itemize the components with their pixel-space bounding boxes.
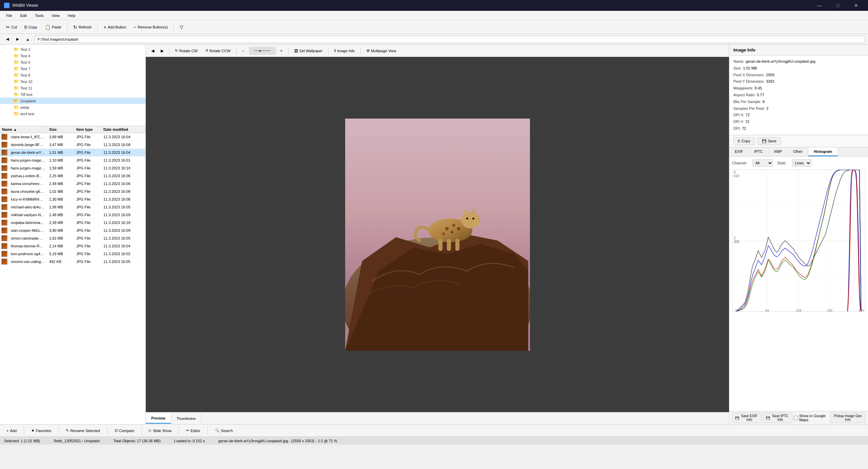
- file-row[interactable]: dominik-lange-8Fsm5Vidl... 3,47 MB JPG F…: [0, 141, 145, 149]
- tree-item-label: Test 3: [20, 47, 30, 52]
- address-input[interactable]: [35, 36, 865, 43]
- next-image-button[interactable]: ▶: [158, 47, 166, 55]
- rotate-cw-button[interactable]: ↻ Rotate CW: [172, 47, 201, 55]
- viewer-toolbar-sep-3: [288, 47, 289, 55]
- copy-button[interactable]: ⎘ Copy: [21, 23, 40, 32]
- rotate-ccw-button[interactable]: ↺ Rotate CCW: [202, 47, 234, 55]
- svg-text:255: 255: [858, 308, 864, 311]
- tab-iptc[interactable]: IPTC: [749, 147, 768, 156]
- copy-info-button[interactable]: ⎘ Copy: [733, 137, 755, 145]
- menu-tools[interactable]: Tools: [32, 12, 47, 19]
- prev-image-button[interactable]: ◀: [149, 47, 157, 55]
- up-button[interactable]: ▲: [23, 35, 33, 44]
- menu-edit[interactable]: Edit: [17, 12, 30, 19]
- file-size: 492 KB: [47, 259, 74, 264]
- refresh-button[interactable]: ↻ Refresh: [70, 23, 95, 32]
- file-type: JPG File: [74, 259, 101, 264]
- file-row[interactable]: thomas-bennie-R1_Rt0Xz... 2,14 MB JPG Fi…: [0, 242, 145, 250]
- cut-button[interactable]: ✂ Cut: [3, 23, 20, 32]
- zoom-in-button[interactable]: +: [277, 47, 285, 55]
- file-date: 11.3.2023 16:05: [101, 259, 145, 264]
- tree-item-unsplash[interactable]: 📂 Unsplash: [0, 98, 145, 104]
- back-button[interactable]: ◀: [3, 35, 12, 44]
- search-button[interactable]: 🔍 Search: [211, 427, 237, 434]
- tree-item-tiff-test[interactable]: 📁 Tiff test: [0, 91, 145, 98]
- file-row[interactable]: sian-cooper-4kEobPqPgK... 3,90 MB JPG Fi…: [0, 227, 145, 234]
- tree-item-test11[interactable]: 📁 Test 11: [0, 85, 145, 91]
- add-button-button[interactable]: + Add Button: [100, 23, 129, 32]
- save-exif-button[interactable]: 💾 Save EXIF Info: [732, 413, 762, 423]
- tab-histogram[interactable]: Histogram: [808, 147, 838, 156]
- file-row[interactable]: simon-caminada-PCX1OC... 1,62 MB JPG Fil…: [0, 234, 145, 242]
- file-row-selected[interactable]: geran-de-klerk-wYy3rvvgj... 1,01 MB JPG …: [0, 149, 145, 157]
- file-row[interactable]: claire-brear-f_tPZuIOXXH0... 3,89 MB JPG…: [0, 133, 145, 141]
- file-thumbnail: [1, 157, 7, 163]
- file-row[interactable]: hans-jurgen-mager-glWUl... 1,59 MB JPG F…: [0, 164, 145, 172]
- multipage-view-button[interactable]: ⊞ Multipage View: [363, 47, 399, 55]
- menu-file[interactable]: File: [3, 12, 16, 19]
- col-header-name[interactable]: Name ▲: [0, 126, 47, 133]
- file-row[interactable]: michael-aleo-tb4usTZhL... 1,99 MB JPG Fi…: [0, 203, 145, 211]
- close-button[interactable]: ✕: [848, 0, 864, 11]
- file-size: 1,99 MB: [47, 204, 74, 210]
- set-wallpaper-button[interactable]: 🖼 Set Wallpaper: [291, 47, 326, 55]
- tab-thumbview[interactable]: Thumbview: [171, 414, 201, 423]
- image-info-button[interactable]: ℹ Image Info: [331, 47, 358, 55]
- tab-xmp[interactable]: XMP: [769, 147, 788, 156]
- google-maps-check[interactable]: [794, 416, 798, 420]
- tree-item-test10[interactable]: 📁 Test 10: [0, 78, 145, 85]
- show-google-maps-checkbox[interactable]: Show in Google Maps: [794, 414, 829, 422]
- col-header-date[interactable]: Date modified: [101, 126, 145, 133]
- rename-button[interactable]: ✎ Rename Selected: [62, 427, 103, 434]
- cut-icon: ✂: [6, 24, 10, 30]
- col-header-type[interactable]: Item type: [74, 126, 101, 133]
- tree-item-test8[interactable]: 📁 Test 8: [0, 72, 145, 78]
- forward-button[interactable]: ▶: [13, 35, 22, 44]
- tree-item-wmf-test[interactable]: 📁 wmf test: [0, 110, 145, 117]
- file-row[interactable]: laura-chouette-g6Ny4dvH... 1,01 MB JPG F…: [0, 188, 145, 196]
- tree-item-test3[interactable]: 📁 Test 3: [0, 46, 145, 53]
- tab-exif[interactable]: EXIF: [729, 147, 749, 156]
- file-row[interactable]: mikhail-vasilyev-NodtnCs... 2,48 MB JPG …: [0, 211, 145, 219]
- menu-help[interactable]: Help: [64, 12, 79, 19]
- file-row[interactable]: hans-jurgen-mager-C9Ay... 1,10 MB JPG Fi…: [0, 157, 145, 164]
- file-row[interactable]: mojtaba-fahiminia-LMXb... 2,39 MB JPG Fi…: [0, 219, 145, 227]
- compare-button[interactable]: ⊡ Compare: [111, 427, 138, 434]
- file-name: laura-chouette-g6Ny4dvH...: [9, 189, 47, 194]
- menu-view[interactable]: View: [48, 12, 63, 19]
- file-size: 2,48 MB: [47, 181, 74, 186]
- favorites-button[interactable]: ★ Favorites: [27, 427, 55, 434]
- style-select[interactable]: Lines Bars: [792, 159, 811, 167]
- folder-icon: 📁: [14, 105, 19, 110]
- file-row[interactable]: vincent-van-zalinge-4Mu2... 492 KB JPG F…: [0, 258, 145, 266]
- maximize-button[interactable]: □: [830, 0, 846, 11]
- save-iptc-button[interactable]: 💾 Save IPTC Info: [763, 413, 792, 423]
- tree-item-test4[interactable]: 📁 Test 4: [0, 53, 145, 59]
- pickup-geo-button[interactable]: Pickup Image Geo Info: [830, 413, 865, 423]
- zoom-out-button[interactable]: −: [239, 47, 248, 55]
- tab-preview[interactable]: Preview: [146, 413, 171, 424]
- save-info-button[interactable]: 💾 Save: [757, 137, 781, 145]
- file-row[interactable]: lucy-m-KNMbRhfSlT8-uns... 1,30 MB JPG Fi…: [0, 196, 145, 203]
- minimize-button[interactable]: —: [812, 0, 827, 11]
- editor-button[interactable]: ✏ Editor: [182, 427, 204, 434]
- channel-select[interactable]: All Red Green Blue: [752, 159, 773, 167]
- file-row[interactable]: karina-vorozheeva-rW-l87... 2,48 MB JPG …: [0, 180, 145, 188]
- col-header-size[interactable]: Size: [47, 126, 74, 133]
- paste-button[interactable]: 📋 Paste: [42, 23, 64, 32]
- slideshow-button[interactable]: ▷ Slide Show: [145, 427, 175, 434]
- tab-other[interactable]: Other: [788, 147, 808, 156]
- remove-button-button[interactable]: − Remove Button(s): [131, 23, 171, 32]
- file-row[interactable]: tom-podmore-sg4SBLu2e... 5,19 MB JPG Fil…: [0, 250, 145, 258]
- zoom-slider[interactable]: ──●────: [249, 47, 276, 55]
- tree-item-test6[interactable]: 📁 Test 6: [0, 59, 145, 65]
- tree-item-test7[interactable]: 📁 Test 7: [0, 65, 145, 72]
- file-row[interactable]: joshua-j-cotten-BK-xfX8M... 2,25 MB JPG …: [0, 172, 145, 180]
- add-button[interactable]: + Add: [3, 427, 20, 434]
- folder-icon: 📁: [14, 92, 19, 97]
- file-type: JPG File: [74, 181, 101, 186]
- tree-item-webp[interactable]: 📁 webp: [0, 104, 145, 110]
- svg-point-9: [457, 227, 460, 230]
- filter-button[interactable]: ▽: [177, 23, 186, 32]
- svg-point-15: [472, 218, 474, 220]
